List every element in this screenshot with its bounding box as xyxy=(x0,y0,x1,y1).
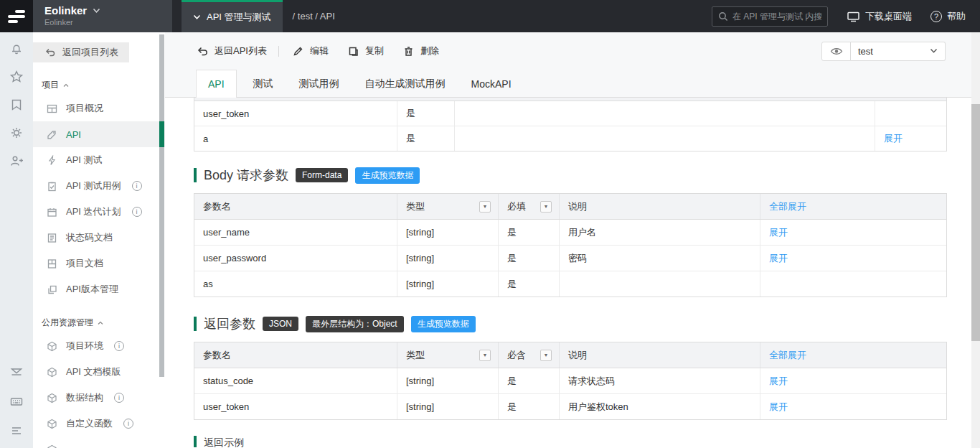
sidebar-item-project-doc[interactable]: 项目文档 xyxy=(33,251,165,276)
type-filter-button[interactable]: ▼ xyxy=(479,201,491,213)
param-name-cell: user_token xyxy=(194,101,397,126)
sidebar-item-api-test[interactable]: API 测试 xyxy=(33,147,165,173)
api-toolbar: 返回API列表 编辑 复制 删除 xyxy=(165,32,971,70)
info-icon[interactable]: i xyxy=(114,393,124,403)
star-icon[interactable] xyxy=(9,70,24,84)
workspace-subtitle: Eolinker xyxy=(44,18,172,27)
logo-bar xyxy=(8,15,25,18)
main-scrollbar-track[interactable] xyxy=(971,32,980,448)
sidebar-item-api[interactable]: API xyxy=(33,121,165,147)
sidebar-item-custom-function[interactable]: 自定义函数 i xyxy=(33,411,165,437)
sidebar-item-label: 项目文档 xyxy=(66,257,103,270)
back-to-project-list[interactable]: 返回项目列表 xyxy=(33,42,129,62)
chevron-up-icon xyxy=(63,83,69,88)
info-icon[interactable]: i xyxy=(132,207,142,217)
info-icon[interactable]: i xyxy=(132,181,142,191)
logo-bar xyxy=(15,10,25,13)
sidebar-item-api-doc-template[interactable]: API 文档模版 xyxy=(33,359,165,385)
generate-preview-button[interactable]: 生成预览数据 xyxy=(411,316,476,332)
expand-all-link[interactable]: 全部展开 xyxy=(769,200,806,213)
table-row: status_code [string] 是 请求状态码 展开 xyxy=(194,368,946,393)
info-icon[interactable]: i xyxy=(114,341,124,351)
product-tab-label: API 管理与测试 xyxy=(207,11,271,24)
expand-link[interactable]: 展开 xyxy=(769,401,788,414)
bookmark-icon[interactable] xyxy=(9,98,24,112)
sidebar-item-project-env[interactable]: 项目环境 i xyxy=(33,333,165,359)
download-desktop-button[interactable]: 下载桌面端 xyxy=(847,10,912,23)
table-header-row: 参数名 类型▼ 必含▼ 说明 全部展开 xyxy=(194,342,946,368)
sidebar-item-partial[interactable] xyxy=(33,437,165,448)
expand-all-link[interactable]: 全部展开 xyxy=(769,349,806,362)
chevron-up-icon xyxy=(98,321,103,325)
sidebar-item-api-test-case[interactable]: API 测试用例 i xyxy=(33,173,165,199)
eolinker-logo[interactable] xyxy=(0,0,33,32)
tab-test[interactable]: 测试 xyxy=(244,70,283,98)
grid-icon xyxy=(47,103,57,114)
sidebar-item-status-code-doc[interactable]: 状态码文档 xyxy=(33,225,165,251)
cube-icon xyxy=(47,393,57,403)
search-input[interactable] xyxy=(732,11,821,22)
expand-link[interactable]: 展开 xyxy=(884,132,903,145)
invite-user-icon[interactable] xyxy=(9,154,24,168)
copy-button[interactable]: 复制 xyxy=(348,45,384,57)
inbox-tray-icon[interactable] xyxy=(9,365,24,379)
table-row: user_name [string] 是 用户名 展开 xyxy=(194,220,946,245)
chevron-down-icon xyxy=(930,48,938,54)
return-example-section-head: 返回示例 xyxy=(194,436,971,447)
keyboard-icon[interactable] xyxy=(9,394,24,409)
header-type: 类型 xyxy=(406,200,425,213)
required-filter-button[interactable]: ▼ xyxy=(540,201,552,213)
section-title: Body 请求参数 xyxy=(204,167,288,184)
section-accent-bar xyxy=(194,168,197,182)
tab-label: 自动生成测试用例 xyxy=(365,78,446,90)
gear-icon[interactable] xyxy=(9,126,24,140)
edit-label: 编辑 xyxy=(310,45,329,57)
expand-link[interactable]: 展开 xyxy=(769,375,788,388)
param-type-cell: [string] xyxy=(397,246,499,271)
bell-icon[interactable] xyxy=(9,42,24,56)
sidebar-item-data-structure[interactable]: 数据结构 i xyxy=(33,385,165,411)
help-button[interactable]: ? 帮助 xyxy=(930,10,966,23)
table-header-row: 参数名 类型▼ 必填▼ 说明 全部展开 xyxy=(194,194,946,220)
preview-eye-button[interactable] xyxy=(821,42,851,61)
body-params-table: 参数名 类型▼ 必填▼ 说明 全部展开 user_name [string] 是… xyxy=(194,193,947,297)
env-select[interactable]: test xyxy=(851,42,946,61)
param-required-cell: 是 xyxy=(499,246,560,271)
table-row: a 是 展开 xyxy=(194,126,946,151)
workspace-switcher[interactable]: Eolinker Eolinker xyxy=(33,0,172,32)
cube-icon xyxy=(47,419,57,429)
sidebar-scrollbar[interactable] xyxy=(159,34,164,377)
tab-auto-generate-test-case[interactable]: 自动生成测试用例 xyxy=(356,70,455,98)
sidebar-item-api-iteration-plan[interactable]: API 迭代计划 i xyxy=(33,199,165,225)
required-filter-button[interactable]: ▼ xyxy=(540,350,552,361)
chevron-down-icon xyxy=(93,8,100,14)
tab-mock-api[interactable]: MockAPI xyxy=(462,70,521,98)
section-title-label: 项目 xyxy=(42,79,59,91)
info-icon[interactable]: i xyxy=(123,419,133,429)
tab-test-case[interactable]: 测试用例 xyxy=(290,70,349,98)
global-search[interactable] xyxy=(712,6,828,27)
api-tabbar: API 测试 测试用例 自动生成测试用例 MockAPI xyxy=(165,70,971,98)
sidebar-section-project[interactable]: 项目 xyxy=(42,79,165,91)
param-required-cell: 是 xyxy=(499,220,560,245)
download-desktop-label: 下载桌面端 xyxy=(865,10,912,23)
sidebar-item-label: 项目概况 xyxy=(66,102,103,115)
back-to-api-list-button[interactable]: 返回API列表 xyxy=(197,45,267,57)
param-type-cell: [string] xyxy=(397,220,499,245)
sidebar-item-api-version[interactable]: API版本管理 xyxy=(33,276,165,302)
sidebar-section-shared-resources[interactable]: 公用资源管理 xyxy=(42,317,165,329)
expand-link[interactable]: 展开 xyxy=(769,252,788,265)
sidebar-item-project-overview[interactable]: 项目概况 xyxy=(33,95,165,121)
edit-button[interactable]: 编辑 xyxy=(293,45,329,57)
request-params-table-partial: user_token 是 a 是 展开 xyxy=(194,98,947,151)
main-scrollbar-thumb[interactable] xyxy=(971,104,980,341)
generate-preview-button[interactable]: 生成预览数据 xyxy=(355,167,420,184)
delete-button[interactable]: 删除 xyxy=(403,45,439,57)
copy-icon xyxy=(348,46,359,57)
type-filter-button[interactable]: ▼ xyxy=(479,350,491,361)
toolbar-divider xyxy=(278,46,279,57)
tab-api[interactable]: API xyxy=(196,70,237,98)
list-lines-icon[interactable] xyxy=(9,424,24,438)
product-tab-api-management[interactable]: API 管理与测试 xyxy=(182,0,283,32)
expand-link[interactable]: 展开 xyxy=(769,226,788,239)
